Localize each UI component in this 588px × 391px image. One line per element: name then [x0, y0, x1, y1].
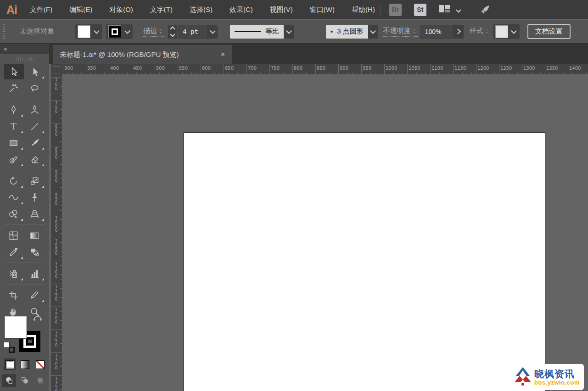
stroke-color-swatch[interactable] [108, 25, 121, 38]
swap-fill-stroke-icon[interactable] [33, 315, 42, 324]
opacity-label[interactable]: 不透明度： [383, 27, 418, 37]
menu-item-5[interactable]: 效果(C) [230, 6, 253, 14]
watermark-subtitle: bbs.yzwlo.com [534, 380, 580, 385]
menu-item-1[interactable]: 编辑(E) [69, 6, 92, 14]
draw-behind-button[interactable] [17, 374, 32, 387]
menu-item-8[interactable]: 帮助(H) [352, 6, 375, 14]
watermark-logo-icon [513, 366, 533, 389]
tool-lasso[interactable] [25, 80, 45, 96]
brush-preview-dot: • [330, 28, 333, 35]
tools-panel-header: « [0, 44, 49, 54]
tool-curvature[interactable] [25, 102, 45, 117]
app-logo-icon: Ai [6, 3, 17, 17]
style-chevron-icon[interactable] [510, 25, 519, 39]
tool-line-segment[interactable] [25, 118, 45, 134]
opacity-arrow-icon[interactable] [454, 25, 464, 39]
tool-eyedropper[interactable] [4, 244, 24, 260]
gradient-button[interactable] [19, 358, 31, 370]
default-fill-stroke-icon[interactable] [4, 342, 15, 353]
menu-item-2[interactable]: 对象(O) [109, 6, 133, 14]
collapse-panel-icon[interactable]: « [4, 45, 7, 52]
tool-magic-wand[interactable] [4, 80, 24, 96]
tool-perspective-grid[interactable] [25, 206, 45, 222]
style-label: 样式： [470, 27, 490, 36]
tool-symbol-sprayer[interactable] [4, 266, 24, 281]
draw-normal-button[interactable] [2, 374, 16, 387]
menu-item-4[interactable]: 选择(S) [190, 6, 213, 14]
tools-grid: T [0, 64, 49, 319]
tool-slice[interactable] [25, 287, 45, 303]
vertical-ruler[interactable]: 7007508008509009501000105011001150120012… [51, 74, 62, 391]
tab-close-icon[interactable]: × [221, 51, 225, 58]
stroke-weight-label[interactable]: 描边： [143, 27, 164, 37]
control-bar: 未选择对象 描边： 4 pt 等比 • 3 点圆形 不透明度： 100% 样式： [0, 19, 588, 44]
tool-pen[interactable] [4, 102, 24, 117]
tool-rotate[interactable] [4, 173, 24, 189]
tool-puppet-warp[interactable] [25, 190, 45, 205]
tool-eraser[interactable] [25, 151, 45, 167]
watermark-title: 晓枫资讯 [534, 369, 580, 379]
color-mode-row [4, 358, 46, 370]
tool-blend[interactable] [25, 244, 45, 260]
menu-item-3[interactable]: 文字(T) [150, 6, 173, 14]
toolbar-divider [5, 170, 45, 170]
stroke-weight-input[interactable]: 4 pt [178, 25, 207, 39]
horizontal-ruler[interactable]: 3003504004505005506006507007508008509009… [62, 64, 588, 74]
brush-chevron-icon[interactable] [368, 25, 378, 39]
style-swatch-group [493, 24, 520, 39]
brush-definition-dropdown[interactable]: • 3 点圆形 [326, 25, 368, 39]
toolbar-divider [5, 263, 45, 263]
stroke-weight-dropdown-icon[interactable] [207, 25, 218, 39]
stroke-chevron-down-icon[interactable] [123, 25, 132, 39]
bridge-button[interactable]: Br [389, 4, 402, 16]
color-button[interactable] [4, 358, 16, 370]
document-tab[interactable]: 未标题-1.ai* @ 100% (RGB/GPU 预览) × [53, 45, 232, 64]
opacity-input[interactable]: 100% [420, 25, 454, 39]
stroke-weight-stepper[interactable] [168, 25, 177, 39]
menu-items: 文件(F)编辑(E)对象(O)文字(T)选择(S)效果(C)视图(V)窗口(W)… [30, 6, 375, 14]
gpu-performance-rocket-icon[interactable] [480, 4, 491, 15]
ruler-origin-corner[interactable] [51, 64, 62, 74]
tool-width[interactable] [4, 190, 24, 205]
fill-chevron-down-icon[interactable] [92, 25, 101, 39]
toolbar-divider [5, 224, 45, 225]
tool-artboard[interactable] [4, 287, 24, 303]
menu-item-6[interactable]: 视图(V) [270, 6, 293, 14]
tool-type[interactable]: T [4, 118, 24, 134]
fill-color-swatch[interactable] [78, 25, 90, 38]
tool-shaper[interactable] [4, 151, 24, 167]
tool-rectangle[interactable] [4, 135, 24, 151]
width-profile-dropdown[interactable]: 等比 [230, 25, 284, 39]
document-setup-button[interactable]: 文档设置 [527, 24, 571, 39]
width-profile-value: 等比 [265, 27, 279, 36]
stock-button[interactable]: St [414, 4, 426, 16]
tool-column-graph[interactable] [25, 266, 45, 281]
canvas-pasteboard[interactable]: 晓枫资讯 bbs.yzwlo.com [62, 74, 588, 391]
toolbar-divider [5, 284, 45, 285]
tool-selection[interactable] [4, 64, 24, 79]
fill-indicator[interactable] [5, 316, 27, 338]
workspace-switcher[interactable] [438, 5, 463, 15]
chevron-down-icon [454, 6, 463, 13]
tool-shape-builder[interactable] [4, 206, 24, 222]
tool-gradient[interactable] [25, 228, 45, 243]
menu-item-0[interactable]: 文件(F) [30, 6, 52, 14]
menu-item-7[interactable]: 窗口(W) [310, 6, 335, 14]
document-tab-title: 未标题-1.ai* @ 100% (RGB/GPU 预览) [60, 50, 179, 59]
tool-paintbrush[interactable] [25, 135, 45, 151]
menu-bar: Ai 文件(F)编辑(E)对象(O)文字(T)选择(S)效果(C)视图(V)窗口… [0, 0, 588, 19]
none-button[interactable] [34, 358, 46, 370]
stroke-profile-preview [235, 31, 261, 32]
tool-direct-selection[interactable] [25, 64, 45, 79]
tool-scale[interactable] [25, 173, 45, 189]
tools-panel: « T [0, 44, 49, 391]
width-profile-chevron-icon[interactable] [284, 25, 294, 39]
stepper-up-icon [170, 26, 175, 31]
draw-inside-button[interactable] [33, 374, 47, 387]
menubar-divider [381, 4, 381, 16]
graphic-style-swatch[interactable] [495, 25, 508, 38]
stepper-down-icon [170, 32, 175, 37]
tool-mesh[interactable] [4, 228, 24, 243]
tools-drag-handle[interactable] [15, 57, 35, 61]
panel-drag-handle[interactable] [3, 24, 5, 39]
